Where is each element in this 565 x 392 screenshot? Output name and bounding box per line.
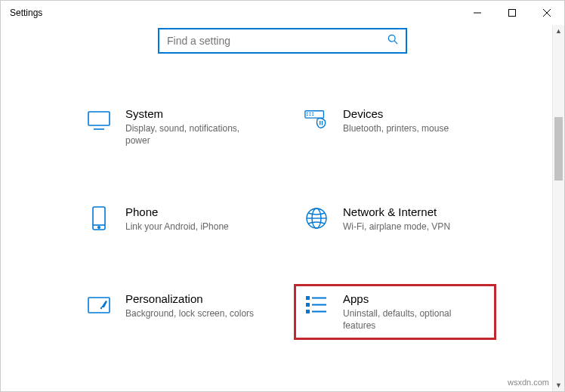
tile-title: Network & Internet [343, 205, 450, 218]
svg-rect-8 [305, 111, 324, 118]
tile-desc: Wi-Fi, airplane mode, VPN [343, 221, 450, 233]
tile-apps[interactable]: Apps Uninstall, defaults, optional featu… [294, 284, 496, 340]
svg-rect-27 [307, 304, 309, 306]
svg-point-24 [100, 307, 102, 308]
tile-time-language[interactable]: A 字 Time & Language Speech, region, date [294, 382, 496, 392]
svg-rect-25 [307, 297, 309, 299]
tile-desc: Background, lock screen, colors [125, 307, 254, 319]
tile-desc: Bluetooth, printers, mouse [343, 122, 449, 134]
tile-accounts[interactable]: Accounts Your accounts, email, sync, wor… [76, 382, 279, 392]
scrollbar-thumb[interactable] [554, 117, 563, 181]
settings-grid-container: System Display, sound, notifications, po… [1, 54, 564, 392]
window-controls [460, 1, 564, 25]
tile-system[interactable]: System Display, sound, notifications, po… [76, 99, 279, 155]
tile-title: Phone [125, 205, 229, 218]
scroll-down-arrow[interactable]: ▼ [553, 379, 564, 391]
network-icon [304, 205, 329, 231]
tile-phone[interactable]: Phone Link your Android, iPhone [76, 197, 279, 241]
window-title: Settings [10, 8, 42, 18]
search-icon [387, 34, 398, 48]
apps-icon [304, 292, 329, 318]
tile-title: Devices [343, 107, 449, 120]
svg-line-5 [394, 41, 397, 44]
watermark: wsxdn.com [508, 378, 549, 387]
tile-title: Personalization [125, 292, 254, 305]
tile-network[interactable]: Network & Internet Wi-Fi, airplane mode,… [294, 197, 496, 241]
vertical-scrollbar[interactable]: ▲ ▼ [552, 25, 564, 391]
tile-desc: Display, sound, notifications, power [125, 122, 261, 147]
search-input[interactable] [167, 35, 387, 47]
tile-title: Apps [343, 292, 479, 305]
svg-rect-6 [88, 112, 110, 125]
search-container [1, 28, 564, 54]
tile-devices[interactable]: Devices Bluetooth, printers, mouse [294, 99, 496, 155]
maximize-button[interactable] [495, 1, 529, 25]
devices-icon [304, 107, 329, 133]
minimize-button[interactable] [460, 1, 495, 25]
tile-title: System [125, 107, 261, 120]
svg-point-4 [388, 35, 395, 42]
svg-rect-29 [307, 310, 309, 313]
search-box[interactable] [158, 28, 407, 54]
titlebar: Settings [1, 1, 564, 25]
svg-rect-23 [88, 298, 110, 313]
personalization-icon [86, 292, 112, 318]
system-icon [86, 107, 112, 133]
svg-rect-1 [509, 10, 516, 17]
scroll-up-arrow[interactable]: ▲ [553, 25, 564, 37]
tile-desc: Uninstall, defaults, optional features [343, 307, 479, 332]
close-button[interactable] [529, 1, 564, 25]
phone-icon [86, 205, 112, 231]
svg-point-19 [98, 227, 100, 228]
tile-personalization[interactable]: Personalization Background, lock screen,… [76, 284, 279, 340]
tile-desc: Link your Android, iPhone [125, 221, 229, 233]
